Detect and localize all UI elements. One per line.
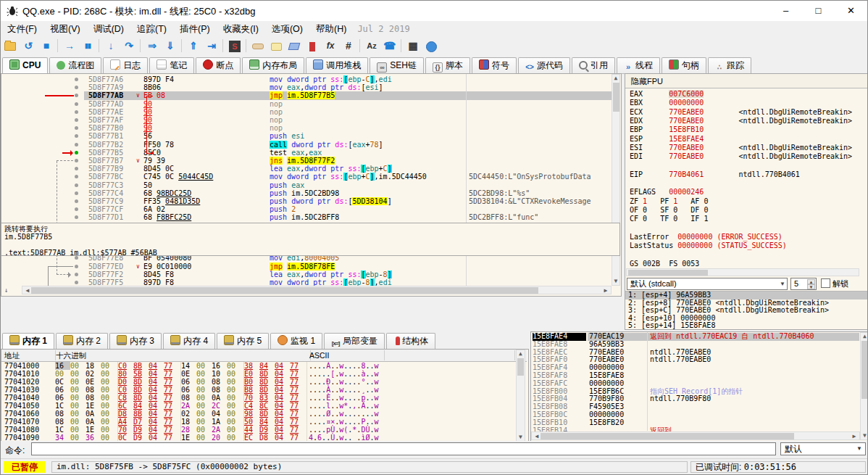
stack-row[interactable]: 15E8FAF400000000: [531, 364, 859, 372]
title-bar[interactable]: QQ.exe - PID: 268C - 模块: im.dll - 线程: 25…: [1, 1, 867, 21]
instruction-address[interactable]: 5D8F77B0: [88, 124, 123, 132]
disasm-row[interactable]: 5D8F77AE90nop: [1, 108, 612, 116]
disasm-row[interactable]: ∨5D8F77ABEB 08jmp im.5D8F77B5: [1, 91, 612, 99]
disasm-row[interactable]: 5D8F77B98D45 0Clea eax,dword ptr ss:[ebp…: [1, 165, 612, 173]
disasm-row[interactable]: ∨5D8F77B779 39jns im.5D8F77F2: [1, 157, 612, 165]
instruction-address[interactable]: 5D8F77B9: [88, 165, 123, 173]
instruction-text[interactable]: push im.5DC2BFF8: [270, 213, 339, 221]
step-over-icon[interactable]: ↷: [120, 38, 138, 54]
menu-item-2[interactable]: 调试(D): [87, 21, 130, 38]
disasm-row[interactable]: 5D8F77B156push esi: [1, 132, 612, 140]
bottom-tab-内存 3[interactable]: 内存 3: [109, 333, 162, 349]
instruction-address[interactable]: 5D8F77C3: [88, 181, 123, 189]
instruction-comment[interactable]: 5DC2BD98:L"%s": [469, 189, 611, 197]
menu-item-4[interactable]: 插件(P): [173, 21, 217, 38]
instruction-bytes[interactable]: 79 39: [143, 157, 165, 165]
flags-row[interactable]: OF 0 SF 0 DF 0: [630, 206, 708, 215]
stack-rows[interactable]: 15E8FAE4770EAC19返回到 ntdll.770EAC19 自 ntd…: [531, 333, 859, 431]
run-icon[interactable]: →: [61, 38, 78, 54]
stack-row[interactable]: 15E8FAE896A59BB3: [531, 341, 859, 349]
restart-icon[interactable]: ↺: [20, 38, 37, 54]
memory-row[interactable]: 770410501C001E006C8404772A002C00C48C0477…: [1, 402, 515, 410]
instruction-bytes[interactable]: E9 0C010000: [143, 263, 191, 270]
tab-脚本[interactable]: {}脚本: [425, 57, 470, 73]
instruction-dot-icon[interactable]: [75, 175, 78, 178]
instruction-address[interactable]: 5D8F77F5: [88, 278, 123, 286]
instruction-text[interactable]: push eax: [270, 181, 304, 189]
bottom-tab-内存 2[interactable]: 内存 2: [56, 333, 108, 349]
stack-row[interactable]: 15E8FAE4770EAC19返回到 ntdll.770EAC19 自 ntd…: [531, 333, 859, 341]
disasm-row[interactable]: 5D8F77AD90nop: [1, 100, 612, 108]
instruction-address[interactable]: 5D8F77C4: [88, 189, 123, 197]
instruction-address[interactable]: 5D8F77B1: [88, 132, 123, 140]
disasm-row[interactable]: 5D8F77C9FF35 0481D35Dpush dword ptr ds:[…: [1, 197, 612, 205]
calling-convention-select[interactable]: 默认 (stdcall) ▼: [627, 278, 788, 290]
instruction-text[interactable]: jmp im.5D8F78FE: [270, 263, 335, 270]
strings-icon[interactable]: Az: [363, 38, 380, 54]
instruction-dot-icon[interactable]: [75, 191, 78, 195]
instruction-text[interactable]: push dword ptr ds:[5DD38104]: [270, 197, 392, 205]
stack-hscrollbar[interactable]: ◀ ▶: [531, 431, 860, 440]
call-arg-row[interactable]: 5: [esp+14] 15E8FAE8: [625, 322, 868, 330]
disasm-row[interactable]: 5D8F77A98B06mov eax,dword ptr ds:[esi]: [1, 83, 612, 91]
disasm-hscrollbar[interactable]: ◀ ▶: [22, 286, 612, 294]
instruction-comment[interactable]: 5DC44450:L"OnSysProtobufData: [469, 173, 611, 181]
menu-item-1[interactable]: 视图(V): [43, 21, 87, 38]
flags-row[interactable]: ZF 1 PF 1 AF 0: [630, 197, 708, 206]
instruction-comment[interactable]: 5DC2BFF8:L"func": [469, 213, 611, 221]
instruction-dot-icon[interactable]: [75, 102, 78, 106]
instruction-text[interactable]: call dword ptr ds:[eax+78]: [270, 141, 383, 149]
instruction-bytes[interactable]: 8D45 0C: [143, 165, 174, 173]
flags-row[interactable]: CF 0 TF 0 IF 1: [630, 215, 708, 223]
disasm-row[interactable]: 5D8F77C468 98BDC25Dpush im.5DC2BD985DC2B…: [1, 189, 612, 197]
register-EIP[interactable]: EIP 770B4061 ntdll.770B4061: [630, 170, 800, 179]
stack-row[interactable]: 15E8FAF0770EABE0ntdll.770EABE0: [531, 356, 859, 364]
tab-流程图[interactable]: 流程图: [49, 57, 101, 73]
memory-row[interactable]: 7704103006000800C08D047706000800B88D0477…: [1, 386, 515, 394]
arg-count-stepper[interactable]: 5 ▲ ▼: [790, 278, 817, 290]
instruction-dot-icon[interactable]: [75, 265, 78, 268]
labels-icon[interactable]: [285, 38, 303, 54]
run-to-user-code-icon[interactable]: ⇥: [203, 38, 220, 54]
instruction-dot-icon[interactable]: [75, 199, 78, 203]
instruction-bytes[interactable]: 8D45 F8: [143, 270, 174, 278]
memory-row[interactable]: 7704104006000800C88D047708000A0070830477…: [1, 394, 515, 402]
instruction-dot-icon[interactable]: [75, 207, 78, 211]
instruction-text[interactable]: push esi: [270, 132, 304, 140]
instruction-text[interactable]: lea eax,dword ptr ss:[ebp+C]: [270, 165, 392, 173]
instruction-bytes[interactable]: FF35 0481D35D: [143, 197, 200, 205]
disasm-row[interactable]: 5D8F77D168 F8BFC25Dpush im.5DC2BFF85DC2B…: [1, 213, 612, 221]
instruction-dot-icon[interactable]: [75, 134, 78, 138]
laststatus-row[interactable]: LastStatus 00000000 (STATUS_SUCCESS): [630, 241, 787, 250]
instruction-address[interactable]: 5D8F77A9: [88, 83, 123, 91]
command-input[interactable]: [31, 442, 776, 455]
disasm-row[interactable]: 5D8F77B2FF50 78call dword ptr ds:[eax+78…: [1, 141, 612, 149]
instruction-dot-icon[interactable]: [75, 273, 78, 276]
tab-调用堆栈[interactable]: 调用堆栈: [306, 57, 368, 73]
instruction-text[interactable]: nop: [270, 116, 283, 124]
execute-till-return-icon[interactable]: ⇑: [185, 38, 202, 54]
step-into-icon[interactable]: ↓: [102, 38, 120, 54]
register-EBP[interactable]: EBP 15E8FB10: [630, 125, 704, 134]
stepper-down-icon[interactable]: ▼: [807, 284, 815, 289]
disasm-row[interactable]: 5D8F77CF6A 02push 2: [1, 205, 612, 213]
instruction-address[interactable]: 5D8F77AB: [88, 91, 123, 99]
tab-线程[interactable]: »线程: [617, 57, 660, 73]
instruction-text[interactable]: lea eax,dword ptr ss:[ebp-8]: [270, 270, 392, 278]
instruction-bytes[interactable]: 897D F4: [143, 75, 174, 83]
instruction-address[interactable]: 5D8F77AD: [88, 100, 123, 108]
instruction-address[interactable]: 5D8F77A6: [88, 75, 123, 83]
disasm-row[interactable]: 5D8F77F28D45 F8lea eax,dword ptr ss:[ebp…: [1, 270, 612, 278]
memory-row[interactable]: 770410801C001E0070D9047728002A0044D90477…: [1, 426, 515, 434]
minimize-button[interactable]: –: [769, 1, 802, 21]
stack-pane[interactable]: 15E8FAE4770EAC19返回到 ntdll.770EAC19 自 ntd…: [530, 331, 868, 442]
tab-跟踪[interactable]: ∴跟踪: [708, 57, 751, 73]
bottom-tab-监视 1[interactable]: 监视 1: [270, 333, 322, 349]
register-EFLAGS[interactable]: EFLAGS 00000246: [630, 188, 704, 197]
instruction-bytes[interactable]: 897D F8: [143, 278, 174, 286]
stack-row[interactable]: 15E8FB08F45905E3: [531, 403, 859, 411]
bottom-tab-局部变量[interactable]: [x=]局部变量: [324, 333, 385, 349]
tab-句柄[interactable]: 句柄: [662, 57, 706, 73]
pause-icon[interactable]: ▮▮: [79, 38, 96, 54]
instruction-address[interactable]: 5D8F77B2: [88, 141, 123, 149]
